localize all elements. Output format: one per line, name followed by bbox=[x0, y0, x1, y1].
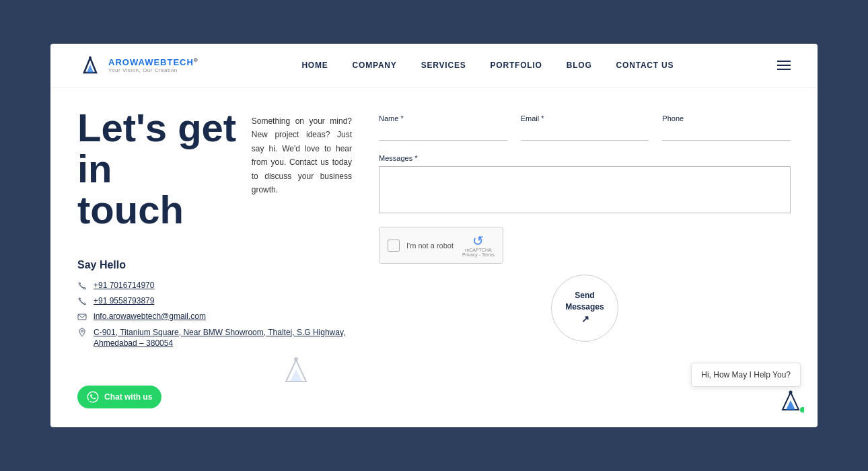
say-hello-title: Say Hello bbox=[77, 259, 352, 271]
nav-contact[interactable]: CONTACT US bbox=[616, 61, 674, 70]
recaptcha-icon: ↺ bbox=[472, 234, 484, 248]
say-hello-section: Say Hello +91 7016714970 +91 9558793879 bbox=[77, 259, 352, 350]
email-item[interactable]: info.arowawebtech@gmail.com bbox=[77, 312, 352, 322]
name-field: Name * bbox=[379, 114, 507, 141]
nav: HOME COMPANY SERVICES PORTFOLIO BLOG CON… bbox=[301, 61, 674, 70]
phone-icon bbox=[77, 281, 87, 291]
messages-label: Messages * bbox=[379, 154, 417, 162]
phone-input[interactable] bbox=[662, 125, 791, 141]
form-row-1: Name * Email * Phone bbox=[379, 114, 791, 141]
helper-popup: Hi, How May I Help You? bbox=[691, 363, 801, 387]
header: AROWAWEBTECH® Your Vision, Our Creation … bbox=[50, 44, 818, 87]
email-icon bbox=[77, 312, 87, 322]
nav-home[interactable]: HOME bbox=[301, 61, 328, 70]
email-field-form: Email * bbox=[521, 114, 649, 141]
phone2-item[interactable]: +91 9558793879 bbox=[77, 296, 352, 306]
recaptcha-privacy: Privacy - Terms bbox=[462, 252, 495, 257]
logo-icon bbox=[77, 52, 103, 78]
whatsapp-icon bbox=[87, 391, 99, 403]
logo-arowa: AROWA bbox=[108, 57, 145, 67]
email-text: info.arowawebtech@gmail.com bbox=[94, 312, 206, 321]
watermark-logo bbox=[279, 353, 313, 387]
logo-brand: AROWAWEBTECH® bbox=[108, 57, 198, 67]
recaptcha-checkbox[interactable] bbox=[388, 240, 400, 252]
form-section: Name * Email * Phone Messages * bbox=[379, 108, 791, 355]
logo-webtech: WEBTECH bbox=[145, 57, 194, 67]
hero-description: Something on your mind? New project idea… bbox=[252, 114, 352, 196]
nav-blog[interactable]: BLOG bbox=[567, 61, 592, 70]
email-input[interactable] bbox=[521, 125, 649, 141]
recaptcha-box[interactable]: I'm not a robot ↺ reCAPTCHA Privacy - Te… bbox=[379, 227, 503, 264]
svg-point-2 bbox=[89, 57, 92, 59]
phone-field: Phone bbox=[662, 114, 791, 141]
main-content: Let's get in touch Something on your min… bbox=[50, 87, 818, 368]
svg-point-11 bbox=[789, 391, 793, 394]
chat-text: Chat with us bbox=[104, 392, 152, 402]
phone1-item[interactable]: +91 7016714970 bbox=[77, 281, 352, 291]
left-section: Let's get in touch Something on your min… bbox=[77, 108, 352, 355]
email-label: Email * bbox=[521, 114, 649, 122]
phone-label: Phone bbox=[662, 114, 791, 122]
helper-text: Hi, How May I Help You? bbox=[701, 370, 791, 379]
messages-row: Messages * bbox=[379, 151, 791, 216]
svg-marker-6 bbox=[290, 369, 302, 382]
svg-rect-3 bbox=[78, 314, 86, 320]
logo[interactable]: AROWAWEBTECH® Your Vision, Our Creation bbox=[77, 52, 198, 78]
phone1-text: +91 7016714970 bbox=[94, 281, 154, 290]
phone2-icon bbox=[77, 297, 87, 306]
svg-marker-10 bbox=[786, 400, 795, 410]
address-text: C-901, Titanium Square, Near BMW Showroo… bbox=[94, 327, 352, 350]
chat-widget[interactable]: Chat with us bbox=[77, 386, 161, 408]
nav-portfolio[interactable]: PORTFOLIO bbox=[491, 61, 542, 70]
send-button[interactable]: Send Messages ↗ bbox=[551, 275, 618, 342]
logo-text: AROWAWEBTECH® Your Vision, Our Creation bbox=[108, 57, 198, 73]
svg-point-7 bbox=[294, 357, 298, 361]
name-input[interactable] bbox=[379, 125, 507, 141]
recaptcha-logo: ↺ reCAPTCHA Privacy - Terms bbox=[462, 234, 495, 257]
location-icon bbox=[77, 328, 87, 337]
logo-tagline: Your Vision, Our Creation bbox=[108, 67, 198, 73]
svg-point-4 bbox=[81, 330, 83, 332]
send-label-1: Send bbox=[575, 290, 594, 301]
send-label-2: Messages bbox=[565, 301, 604, 313]
send-btn-container: Send Messages ↗ bbox=[379, 275, 791, 342]
hero-heading: Let's get in touch bbox=[77, 108, 238, 231]
messages-input[interactable] bbox=[379, 166, 791, 213]
phone2-text: +91 9558793879 bbox=[94, 296, 154, 305]
svg-point-12 bbox=[800, 407, 804, 412]
address-item[interactable]: C-901, Titanium Square, Near BMW Showroo… bbox=[77, 327, 352, 350]
send-arrow-icon: ↗ bbox=[581, 313, 589, 326]
recaptcha-text: I'm not a robot bbox=[406, 242, 456, 250]
bottom-right-logo-icon bbox=[777, 387, 804, 414]
recaptcha-brand: reCAPTCHA bbox=[465, 248, 492, 252]
hamburger-menu[interactable] bbox=[777, 61, 791, 70]
nav-services[interactable]: SERVICES bbox=[421, 61, 466, 70]
name-label: Name * bbox=[379, 114, 507, 122]
nav-company[interactable]: COMPANY bbox=[353, 61, 397, 70]
